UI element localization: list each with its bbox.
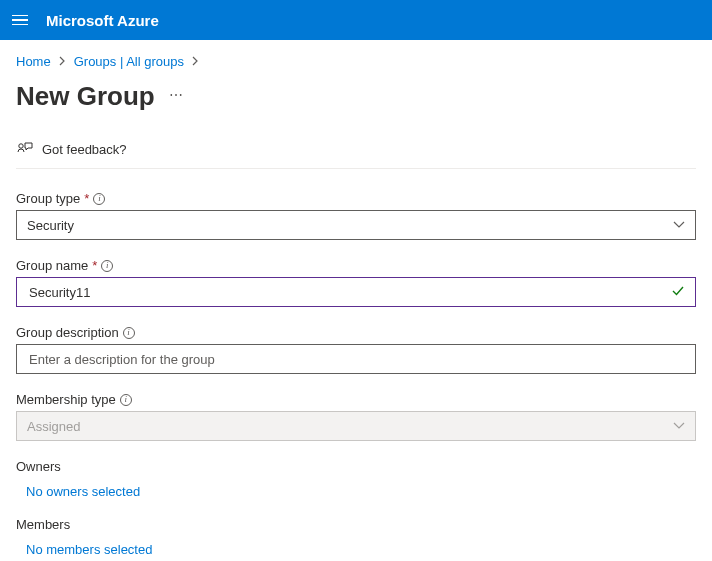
group-description-input-wrap (16, 344, 696, 374)
members-heading: Members (16, 517, 696, 532)
chevron-down-icon (673, 218, 685, 232)
membership-type-label: Membership type (16, 392, 116, 407)
owners-heading: Owners (16, 459, 696, 474)
members-link[interactable]: No members selected (16, 542, 696, 557)
breadcrumb: Home Groups | All groups (16, 40, 696, 77)
feedback-label: Got feedback? (42, 142, 127, 157)
info-icon[interactable]: i (93, 193, 105, 205)
topbar: Microsoft Azure (0, 0, 712, 40)
group-type-value: Security (27, 218, 74, 233)
hamburger-menu-icon[interactable] (12, 12, 28, 28)
feedback-button[interactable]: Got feedback? (16, 140, 696, 169)
more-actions-button[interactable]: ⋯ (169, 87, 183, 107)
group-type-select[interactable]: Security (16, 210, 696, 240)
group-description-input[interactable] (27, 345, 685, 373)
check-icon (671, 284, 685, 301)
membership-type-select: Assigned (16, 411, 696, 441)
breadcrumb-groups[interactable]: Groups | All groups (74, 54, 184, 69)
membership-type-value: Assigned (27, 419, 80, 434)
group-description-label: Group description (16, 325, 119, 340)
owners-link[interactable]: No owners selected (16, 484, 696, 499)
group-name-input-wrap (16, 277, 696, 307)
chevron-down-icon (673, 419, 685, 433)
chevron-right-icon (59, 55, 66, 69)
info-icon[interactable]: i (123, 327, 135, 339)
required-asterisk: * (92, 258, 97, 273)
page-title: New Group (16, 81, 155, 112)
info-icon[interactable]: i (120, 394, 132, 406)
feedback-icon (16, 140, 34, 158)
group-name-input[interactable] (27, 278, 671, 306)
required-asterisk: * (84, 191, 89, 206)
chevron-right-icon (192, 55, 199, 69)
info-icon[interactable]: i (101, 260, 113, 272)
brand-label: Microsoft Azure (46, 12, 159, 29)
group-type-label: Group type (16, 191, 80, 206)
svg-point-0 (19, 144, 23, 148)
breadcrumb-home[interactable]: Home (16, 54, 51, 69)
group-name-label: Group name (16, 258, 88, 273)
